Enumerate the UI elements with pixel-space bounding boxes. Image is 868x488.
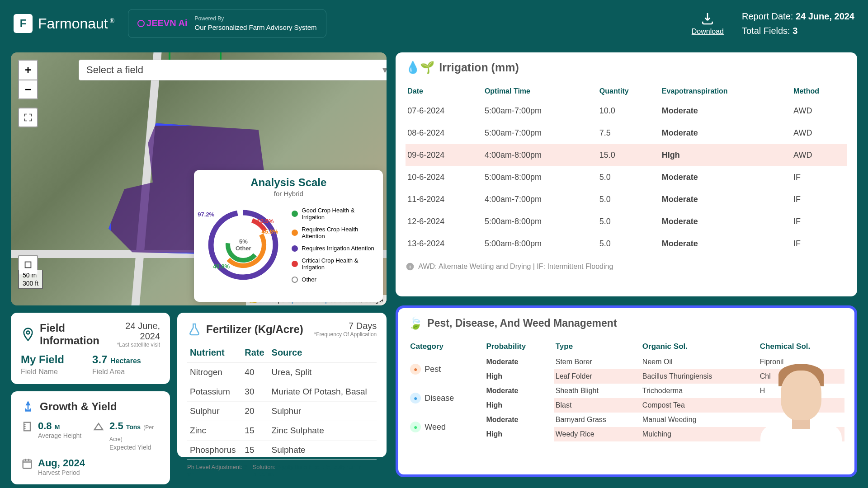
legend-item: Other bbox=[292, 276, 377, 283]
table-row: 08-6-20245:00am-7:00pm7.5ModerateAWD bbox=[406, 122, 847, 144]
field-name-value: My Field bbox=[21, 353, 89, 366]
svg-rect-1 bbox=[25, 262, 31, 268]
irrigation-icon: 💧🌱 bbox=[406, 61, 434, 75]
chevron-down-icon: ▾ bbox=[382, 64, 387, 76]
svg-rect-8 bbox=[23, 460, 32, 469]
table-row: Potassium30Muriate Of Potash, Basal bbox=[187, 382, 377, 402]
brand-logo: F Farmonaut® bbox=[14, 14, 114, 33]
growth-icon bbox=[21, 399, 35, 414]
header: F Farmonaut® JEEVN Ai Powered By Our Per… bbox=[0, 0, 868, 47]
analysis-title: Analysis Scale bbox=[200, 176, 377, 189]
jeevn-powered-label: Powered By bbox=[194, 15, 316, 23]
yield-icon bbox=[92, 420, 105, 433]
fullscreen-icon bbox=[24, 113, 33, 122]
fertilizer-table: NutrientRateSource Nitrogen40Urea, Split… bbox=[187, 343, 377, 460]
legend-item: Requires Crop Health Attention bbox=[292, 226, 377, 239]
flask-icon bbox=[187, 322, 202, 337]
pest-management-card: 🍃 Pest, Disease, And Weed Management Cat… bbox=[396, 305, 857, 477]
pest-table: CategoryProbabilityTypeOrganic Sol.Chemi… bbox=[408, 338, 844, 441]
growth-yield-card: Growth & Yield 0.8 MAverage Height 2.5 T… bbox=[11, 391, 170, 484]
jeevn-box: JEEVN Ai Powered By Our Personalized Far… bbox=[128, 9, 326, 38]
calendar-icon bbox=[21, 457, 33, 470]
irrigation-table: DateOptimal TimeQuantityEvapotranspirati… bbox=[406, 83, 847, 255]
irrigation-card: 💧🌱 Irrigation (mm) DateOptimal TimeQuant… bbox=[396, 52, 857, 296]
zoom-in-button[interactable]: + bbox=[18, 60, 38, 80]
table-row: 12-6-20245:00am-8:00pm5.0ModerateIF bbox=[406, 211, 847, 233]
table-row: 09-6-20244:00am-8:00pm15.0HighAWD bbox=[406, 144, 847, 166]
svg-point-6 bbox=[27, 331, 30, 334]
layer-icon bbox=[23, 260, 33, 270]
legend-item: Good Crop Health & Irrigation bbox=[292, 207, 377, 221]
leaf-icon: 🍃 bbox=[408, 316, 423, 330]
table-row: 11-6-20244:00am-7:00pm5.0ModerateIF bbox=[406, 188, 847, 211]
svg-text:i: i bbox=[410, 263, 411, 269]
download-button[interactable]: Download bbox=[692, 11, 724, 36]
brand-logo-icon: F bbox=[14, 14, 33, 33]
map-card[interactable]: + − Select a field ▾ 50 m 300 ft bbox=[11, 52, 387, 305]
field-select-dropdown[interactable]: Select a field ▾ bbox=[79, 60, 387, 80]
zoom-out-button[interactable]: − bbox=[18, 80, 38, 99]
field-info-card: Field Information 24 June, 2024*Last sat… bbox=[11, 313, 170, 384]
table-row: Nitrogen40Urea, Split bbox=[187, 363, 377, 382]
table-row: Zinc15Zinc Sulphate bbox=[187, 421, 377, 441]
table-row: 10-6-20245:00am-8:00pm5.0ModerateIF bbox=[406, 166, 847, 188]
field-area-value: 3.7 Hectares bbox=[92, 353, 160, 366]
height-icon bbox=[21, 420, 33, 433]
map-scale: 50 m 300 ft bbox=[18, 270, 43, 289]
download-icon bbox=[700, 11, 715, 26]
analysis-subtitle: for Hybrid bbox=[200, 190, 377, 197]
table-row: ●WeedModerateBarnyard GrassManual Weedin… bbox=[408, 413, 844, 427]
jeevn-desc: Our Personalized Farm Advisory System bbox=[194, 23, 316, 32]
jeevn-logo: JEEVN Ai bbox=[137, 18, 187, 28]
pin-icon bbox=[21, 327, 35, 342]
info-icon: i bbox=[406, 262, 415, 271]
analysis-scale-box: Analysis Scale for Hybrid 5%Other 97.2% … bbox=[194, 170, 383, 302]
table-row: Sulphur20Sulphur bbox=[187, 402, 377, 421]
fullscreen-button[interactable] bbox=[18, 108, 38, 127]
table-row: 07-6-20245:00am-7:00pm10.0ModerateAWD bbox=[406, 100, 847, 122]
table-row: Phosphorus15Sulphate bbox=[187, 441, 377, 460]
legend-item: Requires Irrigation Attention bbox=[292, 245, 377, 252]
header-info: Report Date: 24 June, 2024 Total Fields:… bbox=[742, 9, 854, 38]
table-row: 13-6-20245:00am-8:00pm5.0ModerateIF bbox=[406, 233, 847, 255]
table-row: ●PestModerateStem BorerNeem OilFipronil bbox=[408, 355, 844, 369]
table-row: ●DiseaseModerateSheath BlightTrichoderma… bbox=[408, 384, 844, 398]
legend-item: Critical Crop Health & Irrigation bbox=[292, 257, 377, 271]
analysis-legend: Good Crop Health & IrrigationRequires Cr… bbox=[292, 202, 377, 288]
fertilizer-card: Fertilizer (Kg/Acre) 7 Days*Frequency Of… bbox=[177, 313, 387, 457]
